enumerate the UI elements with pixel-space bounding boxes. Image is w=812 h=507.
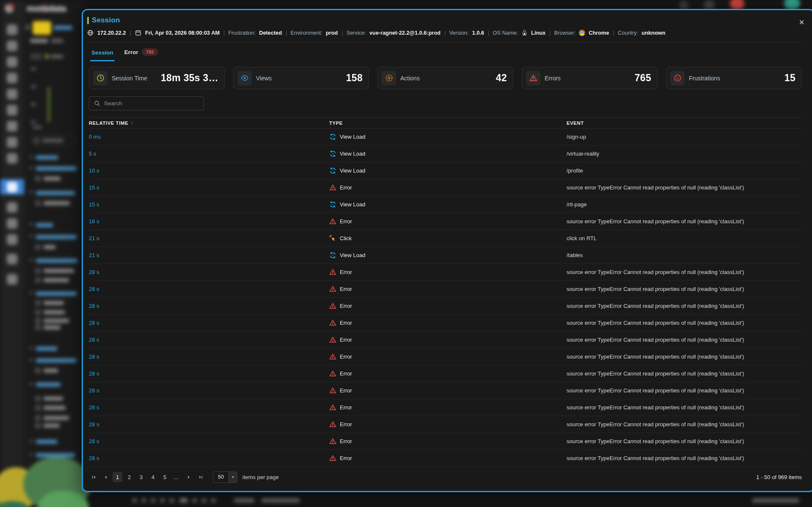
search-box[interactable] bbox=[89, 96, 204, 110]
meta-item: | Country: unknown bbox=[613, 30, 666, 36]
table-row[interactable]: 15 s Error source error TypeError Cannot… bbox=[89, 179, 802, 196]
nav-icon bbox=[7, 202, 17, 213]
row-relative-time[interactable]: 28 s bbox=[89, 387, 329, 394]
row-type-label: Error bbox=[340, 269, 352, 275]
blurred-tree-item bbox=[44, 397, 63, 400]
row-relative-time[interactable]: 28 s bbox=[89, 286, 329, 292]
nav-icon bbox=[7, 121, 17, 132]
tab-session[interactable]: Session bbox=[91, 49, 113, 61]
row-event: source error TypeError Cannot read prope… bbox=[567, 370, 802, 377]
table-row[interactable]: 21 s Click click on RTL bbox=[89, 230, 802, 247]
nav-icon bbox=[7, 153, 17, 164]
row-relative-time[interactable]: 28 s bbox=[89, 269, 329, 275]
row-relative-time[interactable]: 28 s bbox=[89, 438, 329, 444]
table-row[interactable]: 28 s Error source error TypeError Cannot… bbox=[89, 348, 802, 365]
meta-separator: | bbox=[286, 30, 287, 36]
page-number-button[interactable]: 4 bbox=[148, 472, 158, 482]
row-relative-time[interactable]: 28 s bbox=[89, 421, 329, 428]
error-icon bbox=[329, 387, 336, 394]
table-row[interactable]: 10 s View Load /profile bbox=[89, 162, 802, 179]
meta-item: | OS Name: Linux bbox=[488, 30, 545, 36]
table-row[interactable]: 28 s Error source error TypeError Cannot… bbox=[89, 416, 802, 433]
row-event: /profile bbox=[567, 167, 802, 174]
blurred-tree-item bbox=[44, 201, 70, 205]
table-row[interactable]: 15 s View Load /rtl-page bbox=[89, 196, 802, 213]
row-relative-time[interactable]: 28 s bbox=[89, 404, 329, 411]
row-relative-time[interactable]: 10 s bbox=[89, 167, 329, 174]
blurred-tree-item bbox=[29, 156, 33, 158]
stat-label: Session Time bbox=[112, 75, 147, 82]
row-relative-time[interactable]: 16 s bbox=[89, 218, 329, 225]
table-row[interactable]: 28 s Error source error TypeError Cannot… bbox=[89, 315, 802, 332]
row-relative-time[interactable]: 15 s bbox=[89, 184, 329, 191]
row-relative-time[interactable]: 28 s bbox=[89, 370, 329, 377]
table-row[interactable]: 5 s View Load /virtual-reality bbox=[89, 145, 802, 162]
table-row[interactable]: 28 s Error source error TypeError Cannot… bbox=[89, 298, 802, 315]
last-page-button[interactable] bbox=[196, 472, 205, 482]
click-icon bbox=[329, 235, 336, 242]
row-type-label: View Load bbox=[340, 134, 365, 140]
row-relative-time[interactable]: 28 s bbox=[89, 455, 329, 461]
session-datetime: Fri, Apr 03, 2026 08:00:03 AM bbox=[145, 30, 220, 36]
tab-error[interactable]: Error 765 bbox=[124, 48, 158, 61]
row-event: /virtual-reality bbox=[567, 151, 802, 157]
page-number-button[interactable]: 5 bbox=[160, 472, 170, 482]
table-row[interactable]: 28 s Error source error TypeError Cannot… bbox=[89, 264, 802, 281]
table-row[interactable]: 28 s Error source error TypeError Cannot… bbox=[89, 433, 802, 450]
table-row[interactable]: 28 s Error source error TypeError Cannot… bbox=[89, 450, 802, 467]
column-relative-time[interactable]: RELATIVE TIME↑ bbox=[89, 120, 329, 126]
page-size-select[interactable]: 50 bbox=[213, 471, 237, 483]
row-event: source error TypeError Cannot read prope… bbox=[567, 337, 802, 343]
row-relative-time[interactable]: 21 s bbox=[89, 252, 329, 258]
row-relative-time[interactable]: 21 s bbox=[89, 235, 329, 241]
search-input[interactable] bbox=[104, 100, 204, 107]
background-icon-rail bbox=[0, 0, 24, 507]
view-load-icon bbox=[329, 133, 336, 140]
meta-separator: | bbox=[130, 30, 131, 36]
stat-label: Actions bbox=[400, 75, 420, 82]
error-icon bbox=[329, 370, 336, 377]
frown-icon bbox=[670, 71, 685, 85]
table-row[interactable]: 28 s Error source error TypeError Cannot… bbox=[89, 281, 802, 298]
blurred-tree-item bbox=[35, 176, 41, 181]
row-type-label: Error bbox=[340, 286, 352, 292]
previous-page-button[interactable] bbox=[101, 472, 110, 482]
blurred-tree-item bbox=[29, 383, 33, 385]
table-row[interactable]: 28 s Error source error TypeError Cannot… bbox=[89, 332, 802, 348]
first-page-button[interactable] bbox=[89, 472, 98, 482]
next-page-button[interactable] bbox=[184, 472, 193, 482]
workspace-icon bbox=[33, 21, 51, 35]
row-type-label: Error bbox=[340, 184, 352, 191]
row-relative-time[interactable]: 28 s bbox=[89, 320, 329, 326]
row-event: click on RTL bbox=[567, 235, 802, 241]
blurred-tree-item bbox=[35, 325, 41, 330]
blurred-tree-item bbox=[36, 259, 77, 263]
nav-icon bbox=[7, 218, 17, 229]
table-row[interactable]: 28 s Error source error TypeError Cannot… bbox=[89, 365, 802, 382]
row-type: View Load bbox=[329, 167, 567, 174]
blurred-tree-item bbox=[36, 223, 53, 227]
row-relative-time[interactable]: 0 ms bbox=[89, 134, 329, 140]
row-relative-time[interactable]: 5 s bbox=[89, 151, 329, 157]
row-relative-time[interactable]: 28 s bbox=[89, 354, 329, 360]
blurred-pagination-item bbox=[261, 498, 300, 502]
row-type: View Load bbox=[329, 150, 567, 157]
page-number-button[interactable]: 2 bbox=[124, 472, 134, 482]
page-number-button[interactable]: 3 bbox=[136, 472, 146, 482]
row-relative-time[interactable]: 28 s bbox=[89, 303, 329, 309]
row-relative-time[interactable]: 15 s bbox=[89, 201, 329, 208]
table-row[interactable]: 16 s Error source error TypeError Cannot… bbox=[89, 213, 802, 230]
nav-icon bbox=[7, 73, 17, 83]
meta-label: Frustration: bbox=[228, 30, 256, 36]
close-button[interactable]: × bbox=[799, 18, 804, 27]
table-row[interactable]: 28 s Error source error TypeError Cannot… bbox=[89, 382, 802, 399]
table-row[interactable]: 21 s View Load /tables bbox=[89, 247, 802, 264]
table-row[interactable]: 0 ms View Load /sign-up bbox=[89, 129, 802, 145]
row-type: Click bbox=[329, 235, 567, 242]
title-accent-bar bbox=[87, 17, 89, 24]
row-relative-time[interactable]: 28 s bbox=[89, 337, 329, 343]
page-number-button[interactable]: 1 bbox=[113, 472, 122, 482]
items-per-page-label: items per page bbox=[242, 474, 279, 480]
table-row[interactable]: 28 s Error source error TypeError Cannot… bbox=[89, 399, 802, 416]
target-icon bbox=[382, 71, 396, 85]
